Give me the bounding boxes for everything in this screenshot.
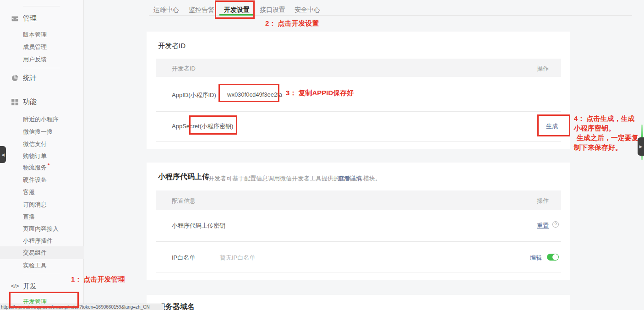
sidebar-item-lab-tools[interactable]: 实验工具: [0, 259, 84, 272]
new-badge-dot: [48, 163, 49, 165]
sidebar-section-label: 管理: [23, 14, 37, 23]
sidebar-section-features[interactable]: 功能: [0, 95, 84, 109]
annotation-box-step3: [218, 84, 279, 102]
server-domain-card: 服务器域名: [147, 295, 570, 310]
row-divider: [156, 241, 561, 242]
sidebar-divider: [23, 274, 60, 274]
question-circle-icon[interactable]: ?: [552, 221, 559, 228]
annotation-box-generate: [537, 114, 570, 136]
sidebar-item-plugin[interactable]: 小程序插件: [0, 234, 84, 247]
collapse-left-handle[interactable]: ◀: [0, 146, 6, 163]
sidebar-item-live[interactable]: 直播: [0, 211, 84, 223]
row-divider: [156, 141, 561, 142]
toggle-knob: [552, 254, 558, 260]
inbox-icon: [11, 15, 19, 22]
sidebar-item-service[interactable]: 客服: [0, 186, 84, 198]
code-upload-table-header: 配置信息 操作: [156, 190, 561, 210]
annotation-box-step2: [215, 0, 255, 19]
tab-ops-center[interactable]: 运维中心: [153, 6, 179, 14]
sidebar-item-feedback[interactable]: 用户反馈: [0, 53, 84, 65]
appid-label: AppID(小程序ID): [172, 91, 216, 99]
sidebar-item-hardware[interactable]: 硬件设备: [0, 174, 84, 186]
sidebar-section-label: 统计: [23, 74, 37, 82]
ip-whitelist-toggle[interactable]: [547, 254, 559, 261]
tab-security-center[interactable]: 安全中心: [295, 6, 320, 14]
sidebar-section-stats[interactable]: 统计: [0, 71, 84, 85]
annotation-step3: 3： 复制APPID保存好: [286, 89, 354, 98]
chevron-left-icon: ◀: [1, 152, 5, 157]
sidebar-item-trade-component[interactable]: 交易组件: [0, 246, 84, 259]
collapse-right-handle[interactable]: ▶: [638, 137, 644, 156]
annotation-step4-line: 生成之后，一定要复: [574, 133, 639, 142]
pie-chart-icon: [11, 74, 19, 82]
reset-button[interactable]: 重置: [537, 222, 549, 230]
sidebar-item-nearby[interactable]: 附近的小程序: [0, 113, 84, 125]
developer-id-table-header: 开发者ID 操作: [156, 59, 561, 77]
sidebar-section-label: 开发: [23, 282, 37, 291]
sidebar-item-page-content[interactable]: 页面内容接入: [0, 223, 84, 235]
column-header-action: 操作: [537, 65, 549, 73]
code-upload-card: 小程序代码上传 开发者可基于配置信息调用微信开发者工具提供的代码上传模块。 查看…: [147, 163, 570, 280]
sidebar-item-search[interactable]: 微信搜一搜: [0, 125, 84, 138]
sidebar-item-members[interactable]: 成员管理: [0, 41, 84, 53]
row-divider: [156, 111, 561, 112]
upload-key-label: 小程序代码上传密钥: [172, 222, 225, 230]
edit-button[interactable]: 编辑: [530, 254, 542, 262]
sidebar-item-orders[interactable]: 购物订单: [0, 150, 84, 162]
annotation-box-appsecret: [189, 115, 237, 135]
sidebar-divider: [23, 6, 60, 6]
sidebar: 管理 版本管理 成员管理 用户反馈 统计 功能 附近的小程序 微信搜一搜 微信支…: [0, 0, 84, 310]
annotation-box-step1: [9, 292, 79, 308]
column-header: 配置信息: [172, 197, 196, 205]
sidebar-section-label: 功能: [23, 98, 37, 106]
column-header-action: 操作: [537, 197, 549, 205]
tab-monitor-alert[interactable]: 监控告警: [189, 6, 214, 14]
developer-id-title: 开发者ID: [158, 42, 186, 50]
annotation-step4-line: 4： 点击生成，生成: [574, 114, 639, 123]
ip-whitelist-value: 暂无IP白名单: [220, 254, 255, 262]
view-details-link[interactable]: 查看详情: [338, 174, 362, 183]
grid-icon: [11, 98, 19, 106]
sidebar-section-manage[interactable]: 管理: [0, 11, 84, 25]
code-icon: </>: [11, 283, 19, 289]
code-upload-title: 小程序代码上传: [158, 172, 209, 182]
row-divider: [156, 272, 561, 272]
tab-api-settings[interactable]: 接口设置: [260, 6, 285, 14]
chevron-right-icon: ▶: [639, 144, 643, 149]
wechat-mp-dev-settings-page: { "tabs": { "items": [ {"label": "运维中心"}…: [0, 0, 644, 310]
sidebar-divider: [23, 68, 60, 68]
sidebar-item-pay[interactable]: 微信支付: [0, 138, 84, 150]
sidebar-item-subscribe[interactable]: 订阅消息: [0, 198, 84, 211]
annotation-step4-line: 小程序密钥。: [574, 123, 639, 133]
annotation-step2: 2： 点击开发设置: [265, 19, 319, 28]
annotation-step1: 1： 点击开发管理: [71, 275, 125, 284]
annotation-step4: 4： 点击生成，生成 小程序密钥。 生成之后，一定要复 制下来保存好。: [574, 114, 639, 152]
column-header: 开发者ID: [172, 65, 196, 73]
ip-whitelist-label: IP白名单: [172, 254, 195, 262]
annotation-step4-line: 制下来保存好。: [574, 142, 639, 152]
sidebar-item-version[interactable]: 版本管理: [0, 28, 84, 41]
sidebar-item-logistics[interactable]: 物流服务: [0, 161, 84, 174]
